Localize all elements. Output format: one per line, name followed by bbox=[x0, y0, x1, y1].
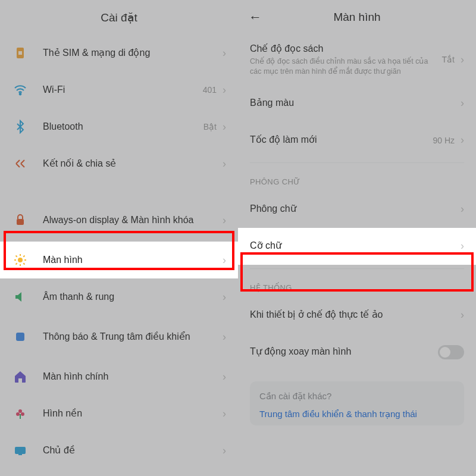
label: Chế độ đọc sách bbox=[250, 43, 437, 54]
svg-rect-18 bbox=[18, 454, 22, 455]
card-title: Cần cài đặt khác? bbox=[259, 391, 455, 402]
chevron-right-icon: › bbox=[223, 121, 226, 133]
lock-icon bbox=[12, 212, 29, 228]
row-font[interactable]: Phông chữ › bbox=[238, 191, 476, 228]
chevron-right-icon: › bbox=[223, 47, 226, 60]
chevron-right-icon: › bbox=[223, 158, 226, 170]
row-sound[interactable]: Âm thanh & rung › bbox=[0, 278, 238, 315]
right-title: Màn hình bbox=[333, 11, 380, 24]
value: 401 bbox=[203, 85, 217, 95]
label: Bluetooth bbox=[43, 121, 203, 133]
chevron-right-icon: › bbox=[223, 84, 226, 96]
svg-point-16 bbox=[21, 412, 24, 416]
value: Bật bbox=[203, 122, 217, 131]
svg-rect-3 bbox=[17, 219, 24, 225]
display-pane: ← Màn hình Chế độ đọc sách Chế độ đọc sá… bbox=[238, 0, 476, 476]
svg-point-2 bbox=[20, 93, 21, 95]
description: Chế độ đọc sách điều chỉnh màu sắc và họ… bbox=[250, 57, 437, 77]
svg-rect-1 bbox=[18, 51, 22, 55]
label: Khi thiết bị ở chế độ thực tế ảo bbox=[250, 309, 461, 321]
chevron-right-icon: › bbox=[223, 291, 226, 303]
chevron-right-icon: › bbox=[223, 371, 226, 383]
label: Kết nối & chia sẻ bbox=[43, 158, 223, 170]
left-header: Cài đặt bbox=[0, 0, 238, 35]
row-reading-mode[interactable]: Chế độ đọc sách Chế độ đọc sách điều chỉ… bbox=[238, 35, 476, 85]
label: Tốc độ làm mới bbox=[250, 134, 433, 146]
label: Hình nền bbox=[43, 408, 223, 420]
row-palette[interactable]: Bảng màu › bbox=[238, 85, 476, 122]
value: Tắt bbox=[442, 55, 455, 64]
wifi-icon bbox=[12, 82, 29, 98]
chevron-right-icon: › bbox=[223, 214, 226, 227]
row-wifi[interactable]: Wi-Fi 401 › bbox=[0, 71, 238, 108]
notification-icon bbox=[12, 328, 29, 345]
divider bbox=[250, 162, 464, 163]
row-sim[interactable]: Thẻ SIM & mạng di động › bbox=[0, 35, 238, 71]
row-notifications[interactable]: Thông báo & Trung tâm điều khiển › bbox=[0, 315, 238, 358]
row-home[interactable]: Màn hình chính › bbox=[0, 358, 238, 395]
theme-icon bbox=[12, 442, 29, 459]
svg-rect-13 bbox=[16, 333, 24, 341]
home-icon bbox=[12, 368, 29, 385]
chevron-right-icon: › bbox=[461, 134, 464, 146]
row-bluetooth[interactable]: Bluetooth Bật › bbox=[0, 108, 238, 145]
chevron-right-icon: › bbox=[461, 203, 464, 215]
label: Cỡ chữ bbox=[250, 240, 461, 252]
label: Tự động xoay màn hình bbox=[250, 346, 438, 358]
chevron-right-icon: › bbox=[223, 331, 226, 343]
back-icon[interactable]: ← bbox=[249, 10, 262, 25]
sim-icon bbox=[12, 45, 29, 61]
card-link[interactable]: Trung tâm điều khiển & thanh trạng thái bbox=[259, 409, 455, 419]
section-font: PHÔNG CHỮ bbox=[238, 167, 476, 191]
row-refresh-rate[interactable]: Tốc độ làm mới 90 Hz › bbox=[238, 122, 476, 159]
label: Always-on display & Màn hình khóa bbox=[43, 214, 223, 227]
label: Phông chữ bbox=[250, 203, 461, 215]
value: 90 Hz bbox=[433, 136, 455, 145]
chevron-right-icon: › bbox=[223, 408, 226, 420]
row-vr-mode[interactable]: Khi thiết bị ở chế độ thực tế ảo › bbox=[238, 297, 476, 334]
label: Wi-Fi bbox=[43, 84, 203, 96]
label: Bảng màu bbox=[250, 97, 461, 109]
more-settings-card[interactable]: Cần cài đặt khác? Trung tâm điều khiển &… bbox=[250, 381, 464, 425]
left-title: Cài đặt bbox=[101, 11, 137, 24]
right-header: ← Màn hình bbox=[238, 0, 476, 35]
label: Âm thanh & rung bbox=[43, 291, 223, 303]
label: Thông báo & Trung tâm điều khiển bbox=[43, 331, 223, 343]
sound-icon bbox=[12, 289, 29, 305]
share-icon bbox=[12, 155, 29, 172]
label: Màn hình chính bbox=[43, 371, 223, 383]
row-themes[interactable]: Chủ đề › bbox=[0, 432, 238, 469]
label: Thẻ SIM & mạng di động bbox=[43, 47, 223, 60]
bluetooth-icon bbox=[12, 118, 29, 135]
highlight-display bbox=[4, 231, 234, 270]
highlight-font-size bbox=[240, 252, 474, 292]
row-auto-rotate[interactable]: Tự động xoay màn hình bbox=[238, 334, 476, 371]
svg-point-14 bbox=[18, 409, 22, 413]
chevron-right-icon: › bbox=[223, 444, 226, 457]
label: Chủ đề bbox=[43, 444, 223, 457]
chevron-right-icon: › bbox=[461, 309, 464, 321]
flower-icon bbox=[12, 405, 29, 422]
svg-rect-17 bbox=[15, 447, 26, 454]
chevron-right-icon: › bbox=[461, 240, 464, 252]
chevron-right-icon: › bbox=[461, 54, 464, 66]
chevron-right-icon: › bbox=[461, 97, 464, 109]
row-wallpaper[interactable]: Hình nền › bbox=[0, 395, 238, 432]
row-share[interactable]: Kết nối & chia sẻ › bbox=[0, 145, 238, 182]
toggle-off[interactable] bbox=[438, 345, 464, 359]
svg-point-15 bbox=[16, 412, 20, 416]
